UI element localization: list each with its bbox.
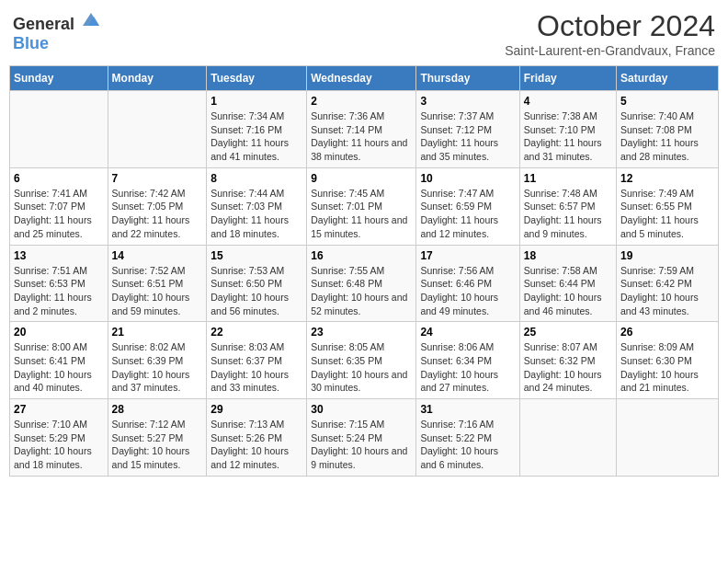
day-number: 11 xyxy=(524,172,612,185)
calendar-cell: 31Sunrise: 7:16 AM Sunset: 5:22 PM Dayli… xyxy=(416,399,519,477)
cell-info: Sunrise: 7:59 AM Sunset: 6:42 PM Dayligh… xyxy=(620,264,714,318)
day-number: 22 xyxy=(210,326,302,339)
calendar-cell: 22Sunrise: 8:03 AM Sunset: 6:37 PM Dayli… xyxy=(207,322,307,399)
cell-info: Sunrise: 7:34 AM Sunset: 7:16 PM Dayligh… xyxy=(210,109,302,164)
day-number: 24 xyxy=(420,326,515,339)
calendar-cell: 5Sunrise: 7:40 AM Sunset: 7:08 PM Daylig… xyxy=(617,91,719,168)
cell-info: Sunrise: 7:48 AM Sunset: 6:57 PM Dayligh… xyxy=(524,187,612,241)
calendar-table: SundayMondayTuesdayWednesdayThursdayFrid… xyxy=(9,65,719,477)
day-number: 20 xyxy=(14,326,104,339)
day-number: 7 xyxy=(112,172,203,185)
calendar-cell: 3Sunrise: 7:37 AM Sunset: 7:12 PM Daylig… xyxy=(416,91,519,168)
cell-info: Sunrise: 7:55 AM Sunset: 6:48 PM Dayligh… xyxy=(311,264,412,318)
cell-info: Sunrise: 7:41 AM Sunset: 7:07 PM Dayligh… xyxy=(14,187,104,241)
day-number: 8 xyxy=(210,172,302,185)
calendar-cell: 1Sunrise: 7:34 AM Sunset: 7:16 PM Daylig… xyxy=(207,91,307,168)
day-number: 18 xyxy=(524,249,612,262)
cell-info: Sunrise: 7:40 AM Sunset: 7:08 PM Dayligh… xyxy=(620,109,714,164)
day-number: 25 xyxy=(524,326,612,339)
cell-info: Sunrise: 7:13 AM Sunset: 5:26 PM Dayligh… xyxy=(210,418,302,472)
calendar-cell: 27Sunrise: 7:10 AM Sunset: 5:29 PM Dayli… xyxy=(10,399,108,477)
calendar-cell xyxy=(519,399,616,477)
day-number: 21 xyxy=(112,326,203,339)
calendar-cell: 20Sunrise: 8:00 AM Sunset: 6:41 PM Dayli… xyxy=(10,322,108,399)
week-row-2: 6Sunrise: 7:41 AM Sunset: 7:07 PM Daylig… xyxy=(10,167,719,245)
col-header-monday: Monday xyxy=(108,66,207,91)
cell-info: Sunrise: 8:07 AM Sunset: 6:32 PM Dayligh… xyxy=(524,340,612,395)
day-number: 13 xyxy=(14,249,104,262)
cell-info: Sunrise: 7:38 AM Sunset: 7:10 PM Dayligh… xyxy=(524,109,612,164)
day-number: 2 xyxy=(311,95,412,108)
cell-info: Sunrise: 8:00 AM Sunset: 6:41 PM Dayligh… xyxy=(14,340,104,395)
calendar-cell: 10Sunrise: 7:47 AM Sunset: 6:59 PM Dayli… xyxy=(416,167,519,245)
calendar-cell: 14Sunrise: 7:52 AM Sunset: 6:51 PM Dayli… xyxy=(108,245,207,322)
cell-info: Sunrise: 7:53 AM Sunset: 6:50 PM Dayligh… xyxy=(210,264,302,318)
cell-info: Sunrise: 7:49 AM Sunset: 6:55 PM Dayligh… xyxy=(620,187,714,241)
cell-info: Sunrise: 7:52 AM Sunset: 6:51 PM Dayligh… xyxy=(112,264,203,318)
logo: General Blue xyxy=(13,9,101,53)
header-row: SundayMondayTuesdayWednesdayThursdayFrid… xyxy=(10,66,719,91)
calendar-cell: 13Sunrise: 7:51 AM Sunset: 6:53 PM Dayli… xyxy=(10,245,108,322)
day-number: 15 xyxy=(210,249,302,262)
cell-info: Sunrise: 7:45 AM Sunset: 7:01 PM Dayligh… xyxy=(311,187,412,241)
week-row-5: 27Sunrise: 7:10 AM Sunset: 5:29 PM Dayli… xyxy=(10,399,719,477)
calendar-cell: 6Sunrise: 7:41 AM Sunset: 7:07 PM Daylig… xyxy=(10,167,108,245)
calendar-cell: 23Sunrise: 8:05 AM Sunset: 6:35 PM Dayli… xyxy=(307,322,416,399)
day-number: 14 xyxy=(112,249,203,262)
col-header-tuesday: Tuesday xyxy=(207,66,307,91)
cell-info: Sunrise: 7:37 AM Sunset: 7:12 PM Dayligh… xyxy=(420,109,515,164)
cell-info: Sunrise: 7:44 AM Sunset: 7:03 PM Dayligh… xyxy=(210,187,302,241)
day-number: 10 xyxy=(420,172,515,185)
logo-blue: Blue xyxy=(13,34,49,52)
day-number: 6 xyxy=(14,172,104,185)
cell-info: Sunrise: 7:42 AM Sunset: 7:05 PM Dayligh… xyxy=(112,187,203,241)
calendar-cell: 30Sunrise: 7:15 AM Sunset: 5:24 PM Dayli… xyxy=(307,399,416,477)
calendar-cell: 11Sunrise: 7:48 AM Sunset: 6:57 PM Dayli… xyxy=(519,167,616,245)
week-row-3: 13Sunrise: 7:51 AM Sunset: 6:53 PM Dayli… xyxy=(10,245,719,322)
cell-info: Sunrise: 8:05 AM Sunset: 6:35 PM Dayligh… xyxy=(311,340,412,395)
logo-general: General xyxy=(13,15,74,33)
calendar-cell: 17Sunrise: 7:56 AM Sunset: 6:46 PM Dayli… xyxy=(416,245,519,322)
calendar-cell: 26Sunrise: 8:09 AM Sunset: 6:30 PM Dayli… xyxy=(617,322,719,399)
day-number: 12 xyxy=(620,172,714,185)
calendar-cell: 21Sunrise: 8:02 AM Sunset: 6:39 PM Dayli… xyxy=(108,322,207,399)
cell-info: Sunrise: 8:06 AM Sunset: 6:34 PM Dayligh… xyxy=(420,340,515,395)
day-number: 4 xyxy=(524,95,612,108)
calendar-cell: 25Sunrise: 8:07 AM Sunset: 6:32 PM Dayli… xyxy=(519,322,616,399)
main-title: October 2024 xyxy=(505,9,715,43)
calendar-cell: 16Sunrise: 7:55 AM Sunset: 6:48 PM Dayli… xyxy=(307,245,416,322)
day-number: 28 xyxy=(112,403,203,416)
day-number: 31 xyxy=(420,403,515,416)
calendar-cell: 7Sunrise: 7:42 AM Sunset: 7:05 PM Daylig… xyxy=(108,167,207,245)
day-number: 17 xyxy=(420,249,515,262)
calendar-cell: 24Sunrise: 8:06 AM Sunset: 6:34 PM Dayli… xyxy=(416,322,519,399)
day-number: 16 xyxy=(311,249,412,262)
day-number: 9 xyxy=(311,172,412,185)
cell-info: Sunrise: 7:51 AM Sunset: 6:53 PM Dayligh… xyxy=(14,264,104,318)
week-row-1: 1Sunrise: 7:34 AM Sunset: 7:16 PM Daylig… xyxy=(10,91,719,168)
calendar-cell: 2Sunrise: 7:36 AM Sunset: 7:14 PM Daylig… xyxy=(307,91,416,168)
title-block: October 2024 Saint-Laurent-en-Grandvaux,… xyxy=(505,9,715,58)
day-number: 3 xyxy=(420,95,515,108)
col-header-wednesday: Wednesday xyxy=(307,66,416,91)
calendar-cell: 9Sunrise: 7:45 AM Sunset: 7:01 PM Daylig… xyxy=(307,167,416,245)
logo-text: General Blue xyxy=(13,9,101,53)
calendar-cell: 12Sunrise: 7:49 AM Sunset: 6:55 PM Dayli… xyxy=(617,167,719,245)
cell-info: Sunrise: 8:03 AM Sunset: 6:37 PM Dayligh… xyxy=(210,340,302,395)
page-header: General Blue October 2024 Saint-Laurent-… xyxy=(9,9,719,58)
col-header-thursday: Thursday xyxy=(416,66,519,91)
calendar-cell: 4Sunrise: 7:38 AM Sunset: 7:10 PM Daylig… xyxy=(519,91,616,168)
day-number: 27 xyxy=(14,403,104,416)
calendar-cell: 18Sunrise: 7:58 AM Sunset: 6:44 PM Dayli… xyxy=(519,245,616,322)
location-subtitle: Saint-Laurent-en-Grandvaux, France xyxy=(505,43,715,58)
col-header-friday: Friday xyxy=(519,66,616,91)
cell-info: Sunrise: 7:15 AM Sunset: 5:24 PM Dayligh… xyxy=(311,418,412,472)
cell-info: Sunrise: 7:56 AM Sunset: 6:46 PM Dayligh… xyxy=(420,264,515,318)
cell-info: Sunrise: 8:02 AM Sunset: 6:39 PM Dayligh… xyxy=(112,340,203,395)
col-header-sunday: Sunday xyxy=(10,66,108,91)
calendar-cell: 29Sunrise: 7:13 AM Sunset: 5:26 PM Dayli… xyxy=(207,399,307,477)
cell-info: Sunrise: 7:58 AM Sunset: 6:44 PM Dayligh… xyxy=(524,264,612,318)
cell-info: Sunrise: 7:12 AM Sunset: 5:27 PM Dayligh… xyxy=(112,418,203,472)
calendar-cell: 8Sunrise: 7:44 AM Sunset: 7:03 PM Daylig… xyxy=(207,167,307,245)
calendar-cell: 19Sunrise: 7:59 AM Sunset: 6:42 PM Dayli… xyxy=(617,245,719,322)
